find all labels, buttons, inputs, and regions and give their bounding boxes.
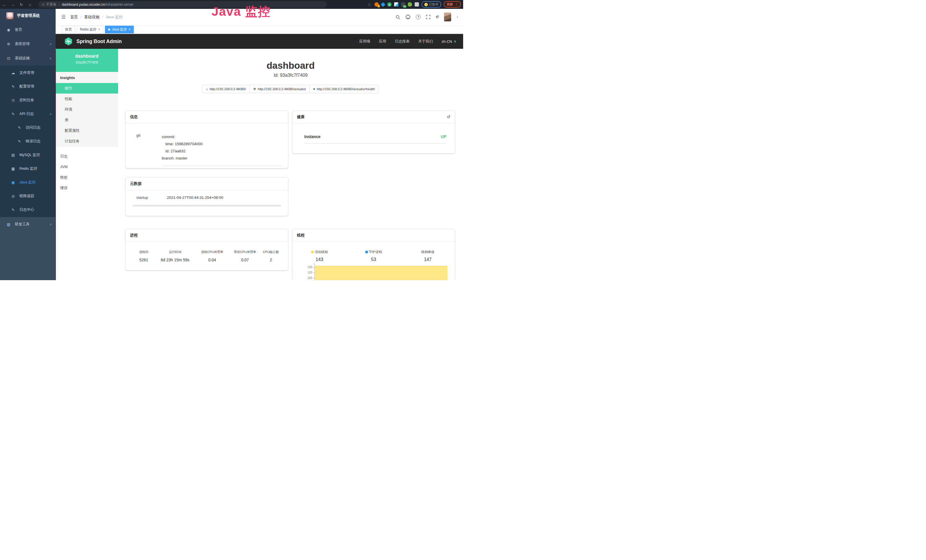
extension-icon-tampermonkey[interactable]: on — [401, 2, 405, 6]
sidebar-item-error-log[interactable]: ✎ 错误日志 — [0, 135, 56, 148]
sba-item-environment[interactable]: 环境 — [56, 104, 118, 115]
breadcrumb-home[interactable]: 首页 — [70, 15, 78, 20]
security-warning-icon: ⚠ — [42, 3, 45, 6]
back-icon[interactable]: ← — [0, 2, 9, 7]
health-url-button[interactable]: ♥ http://192.168.0.2:48080/actuator/heal… — [309, 85, 379, 93]
sba-item-config-properties[interactable]: 配置属性 — [56, 125, 118, 136]
history-icon[interactable]: ↺ — [446, 114, 450, 120]
sba-item-scheduled-tasks[interactable]: 计划任务 — [56, 136, 118, 146]
admin-sidebar-top: 芋道管理系统 ◉ 首页 ⚙ 系统管理 ∨ ⊡ 基础设施 ∧ — [0, 9, 56, 65]
fullscreen-icon[interactable] — [426, 15, 430, 19]
search-icon[interactable] — [396, 15, 400, 20]
sidebar-item-home[interactable]: ◉ 首页 — [0, 23, 56, 37]
address-bar[interactable]: ⚠ 不安全 | dashboard.yudao.iocoder.cn/infra… — [38, 1, 327, 8]
horizontal-scrollbar[interactable] — [132, 205, 281, 207]
user-avatar[interactable] — [444, 12, 451, 21]
sidebar-item-log-center[interactable]: ✎ 日志中心 — [0, 203, 56, 216]
tab-redis-monitor[interactable]: Redis 监控 × — [77, 26, 103, 33]
extension-icon-orange[interactable]: 1 — [374, 2, 379, 6]
extension-icon-leaf[interactable] — [408, 2, 412, 6]
dashboard-gauge-icon: ◉ — [6, 28, 11, 32]
nav-wallboard[interactable]: 应用墙 — [359, 39, 370, 44]
legend-peak-threads: 线程峰值 147 — [421, 250, 434, 262]
locale-selector[interactable]: zh-CN ∨ — [442, 39, 456, 44]
hamburger-icon[interactable]: ☰ — [56, 14, 70, 20]
close-icon[interactable]: × — [98, 27, 100, 31]
sidebar-item-java-monitor[interactable]: ▣ Java 监控 — [0, 176, 56, 189]
live-threads-area-series — [315, 266, 448, 280]
service-url-button[interactable]: ⌂ http://192.168.0.2:48080/ — [202, 85, 250, 93]
health-row[interactable]: Instance UP — [304, 135, 446, 144]
sba-item-mappings[interactable]: 映射 — [56, 172, 118, 183]
tab-home[interactable]: 首页 — [62, 26, 75, 33]
sba-main: dashboard Id: 93a3fc7f7409 ⌂ http://192.… — [118, 49, 463, 280]
forward-icon[interactable]: → — [9, 2, 17, 7]
close-icon[interactable]: × — [129, 27, 131, 31]
sba-item-jvm[interactable]: JVM — [56, 162, 118, 172]
app-logo-row[interactable]: 芋道管理系统 — [0, 9, 56, 23]
process-cpu-value: 0.04 — [208, 257, 216, 262]
instance-header[interactable]: dashboard 93a3fc7f7409 — [56, 49, 118, 72]
tab-label: 首页 — [65, 27, 72, 32]
extension-icon-grid[interactable] — [394, 2, 398, 6]
browser-menu-icon[interactable]: ⋮ — [455, 3, 458, 6]
user-caret-down-icon[interactable]: ▾ — [457, 16, 458, 18]
sba-brand-title: Spring Boot Admin — [76, 38, 122, 44]
nav-about[interactable]: 关于我们 — [418, 39, 433, 44]
breadcrumb-infrastructure[interactable]: 基础设施 — [84, 15, 100, 20]
sba-item-performance[interactable]: 性能 — [56, 94, 118, 104]
tab-java-monitor[interactable]: Java 监控 × — [105, 26, 134, 33]
edit-icon: ✎ — [11, 85, 15, 89]
main-column: ☰ 首页 / 基础设施 / Java 监控 ? tT — [56, 9, 463, 280]
sidebar-item-infrastructure[interactable]: ⊡ 基础设施 ∧ — [0, 51, 56, 65]
chevron-down-icon: ∨ — [50, 223, 51, 226]
sidebar-item-config-mgmt[interactable]: ✎ 配置管理 — [0, 80, 56, 93]
sidebar-item-scheduled-jobs[interactable]: ◷ 定时任务 — [0, 93, 56, 107]
nav-applications[interactable]: 应用 — [379, 39, 386, 44]
sidebar-item-label: 系统管理 — [15, 41, 50, 47]
puzzle-extensions-icon[interactable] — [415, 2, 419, 6]
home-icon: ⌂ — [206, 87, 208, 91]
git-time-line: time: 1596289704000 — [162, 140, 281, 147]
sba-brand[interactable]: Spring Boot Admin — [64, 37, 122, 45]
extension-letter: y — [387, 2, 392, 6]
help-icon[interactable]: ? — [416, 15, 421, 20]
sidebar-item-label: 研发工具 — [15, 222, 50, 227]
tab-label: Java 监控 — [112, 27, 127, 32]
security-label[interactable]: 不安全 — [46, 2, 56, 7]
legend-yellow-swatch — [311, 251, 314, 253]
sidebar-item-tracing[interactable]: ◎ 链路追踪 — [0, 189, 56, 203]
bookmark-star-icon[interactable]: ☆ — [367, 2, 372, 7]
nav-journal[interactable]: 日志报表 — [395, 39, 410, 44]
sidebar-item-file-mgmt[interactable]: ☁ 文件管理 — [0, 66, 56, 80]
health-card-header: 健康 ↺ — [292, 111, 455, 123]
admin-sidebar: 芋道管理系统 ◉ 首页 ⚙ 系统管理 ∨ ⊡ 基础设施 ∧ ☁ 文件管理 — [0, 9, 56, 280]
paused-profile-chip[interactable]: ☺ 已暂停 — [422, 1, 441, 8]
font-size-icon[interactable]: tT — [436, 15, 439, 19]
extension-icon-green[interactable]: y — [387, 2, 392, 6]
sba-item-caches[interactable]: 缓存 — [56, 183, 118, 193]
github-icon[interactable] — [406, 15, 410, 20]
actuator-url-button[interactable]: ⚒ http://192.168.0.2:48080/actuator — [250, 85, 310, 93]
sidebar-item-system-mgmt[interactable]: ⚙ 系统管理 ∨ — [0, 37, 56, 51]
browser-home-icon[interactable]: ⌂ — [26, 2, 34, 7]
sidebar-item-access-log[interactable]: ✎ 访问日志 — [0, 121, 56, 135]
sba-item-logs[interactable]: 日志 — [56, 151, 118, 162]
col-process-cpu: 进程CPU使用率 — [201, 250, 223, 254]
chrome-update-button[interactable]: 更新 ⋮ — [444, 1, 461, 8]
reload-icon[interactable]: ↻ — [17, 2, 26, 7]
sidebar-item-dev-tools[interactable]: ▥ 研发工具 ∨ — [0, 217, 56, 232]
sidebar-item-redis-monitor[interactable]: ▦ Redis 监控 — [0, 162, 56, 176]
sba-item-details[interactable]: 细节 — [56, 83, 118, 94]
instance-id: 93a3fc7f7409 — [56, 60, 118, 65]
process-table-values: 5261 6d 23h 15m 59s 0.04 0.07 2 — [132, 257, 281, 262]
metadata-row: startup 2021-04-27T00:44:31.254+08:00 — [126, 190, 288, 200]
monitor-icon: ⊡ — [6, 56, 11, 61]
col-system-cpu: 系统CPU使用率 — [234, 250, 256, 254]
heart-icon: ♥ — [313, 87, 315, 91]
extension-icon-gem[interactable] — [381, 2, 386, 7]
sba-sidebar: dashboard 93a3fc7f7409 Insights 细节 性能 环境… — [56, 49, 118, 280]
sba-item-classes[interactable]: 类 — [56, 115, 118, 125]
sidebar-item-mysql-monitor[interactable]: ▤ MySQL 监控 — [0, 148, 56, 162]
sidebar-item-api-log[interactable]: ✎ API 日志 ∧ — [0, 107, 56, 121]
